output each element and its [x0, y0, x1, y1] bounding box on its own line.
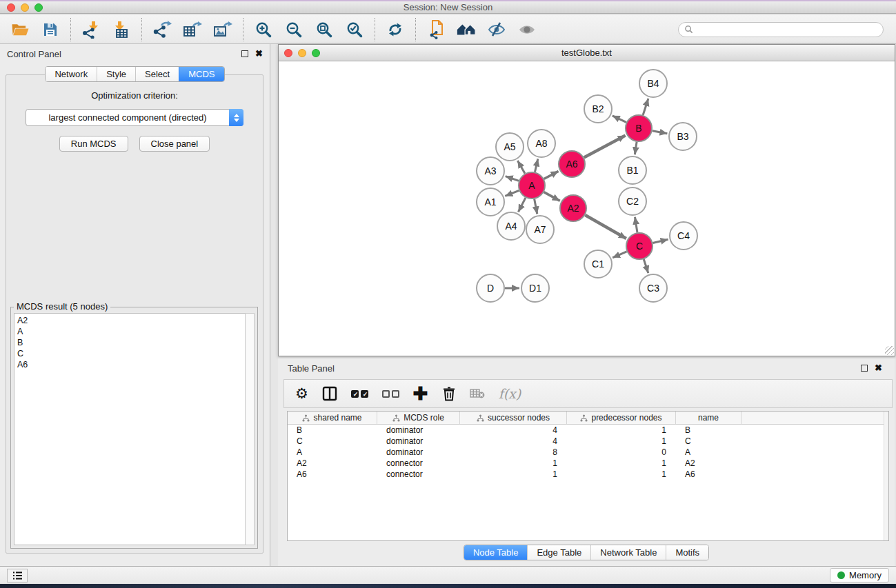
graph-edge-A-A6[interactable] [544, 171, 559, 179]
float-table-panel-icon[interactable] [861, 365, 868, 372]
tab-mcds[interactable]: MCDS [179, 67, 223, 81]
graph-node-D[interactable]: D [477, 274, 504, 302]
graph-edge-A-A3[interactable] [506, 176, 519, 181]
graph-edge-C-C1[interactable] [613, 252, 627, 258]
show-tasks-button[interactable] [7, 569, 28, 582]
table-row[interactable]: Adominator80A [288, 447, 888, 458]
network-minimize-button[interactable] [298, 49, 306, 57]
graph-edge-A-A1[interactable] [505, 190, 519, 196]
table-tab-network-table[interactable]: Network Table [590, 545, 666, 560]
close-panel-icon[interactable]: ✖ [255, 50, 263, 57]
graph-edge-A-A7[interactable] [535, 199, 537, 214]
hide-graphics-details-icon[interactable] [486, 19, 507, 40]
tab-network[interactable]: Network [46, 67, 97, 81]
graph-node-A[interactable]: A [519, 172, 545, 199]
home-layout-icon[interactable] [456, 19, 477, 40]
mcds-result-item[interactable]: A6 [17, 359, 242, 370]
graph-node-C1[interactable]: C1 [584, 250, 612, 278]
column-header-shared-name[interactable]: shared name [288, 412, 377, 424]
graph-node-A8[interactable]: A8 [528, 130, 555, 157]
optimization-criterion-select[interactable]: largest connected component (directed) [26, 109, 243, 126]
search-field[interactable] [678, 22, 884, 37]
graph-edge-B-B3[interactable] [653, 131, 668, 134]
graph-node-A6[interactable]: A6 [559, 151, 585, 177]
graph-node-A2[interactable]: A2 [560, 195, 586, 221]
graph-node-B3[interactable]: B3 [669, 123, 697, 150]
table-settings-icon[interactable]: ⚙ [295, 387, 308, 401]
close-window-button[interactable] [7, 3, 15, 12]
graph-node-C[interactable]: C [626, 233, 653, 259]
select-all-columns-icon[interactable] [351, 390, 368, 398]
graph-node-A4[interactable]: A4 [497, 212, 525, 240]
network-close-button[interactable] [284, 49, 292, 57]
graph-node-D1[interactable]: D1 [521, 274, 549, 302]
zoom-fit-icon[interactable] [314, 19, 335, 40]
graph-node-A7[interactable]: A7 [526, 216, 554, 243]
graph-edge-C-C2[interactable] [635, 217, 637, 233]
column-header-predecessor-nodes[interactable]: predecessor nodes [567, 412, 676, 424]
tab-select[interactable]: Select [135, 67, 179, 81]
column-header-successor-nodes[interactable]: successor nodes [460, 412, 567, 424]
table-tab-edge-table[interactable]: Edge Table [527, 545, 590, 560]
table-row[interactable]: Bdominator41B [288, 425, 888, 436]
network-zoom-button[interactable] [312, 49, 320, 57]
graph-edge-A-A5[interactable] [517, 161, 525, 174]
graph-edge-A-A8[interactable] [535, 159, 537, 172]
column-header-name[interactable]: name [676, 412, 741, 424]
graph-node-B1[interactable]: B1 [619, 156, 646, 184]
graph-edge-C-C4[interactable] [653, 239, 668, 243]
show-graphics-details-icon[interactable] [517, 19, 537, 40]
run-mcds-button[interactable]: Run MCDS [59, 136, 128, 152]
save-session-icon[interactable] [40, 19, 61, 40]
export-table-icon[interactable] [182, 19, 203, 40]
unselect-all-columns-icon[interactable] [382, 390, 399, 398]
refresh-layout-icon[interactable] [385, 19, 406, 40]
import-table-icon[interactable] [111, 19, 132, 40]
close-panel-button[interactable]: Close panel [139, 136, 210, 152]
graph-node-B[interactable]: B [626, 115, 652, 141]
zoom-window-button[interactable] [34, 3, 43, 12]
mcds-result-item[interactable]: A2 [17, 315, 242, 326]
open-session-icon[interactable] [10, 19, 30, 40]
graph-edge-A6-B[interactable] [584, 135, 626, 157]
graph-edge-A-A4[interactable] [518, 198, 526, 212]
graph-edge-B-B4[interactable] [643, 99, 648, 115]
mcds-list-scrollbar[interactable] [245, 313, 255, 545]
column-header-MCDS-role[interactable]: MCDS role [377, 412, 460, 424]
search-input[interactable] [697, 25, 877, 34]
graph-node-C2[interactable]: C2 [619, 187, 646, 215]
graph-edge-A2-C[interactable] [585, 215, 626, 239]
show-columns-icon[interactable] [322, 386, 337, 401]
export-network-icon[interactable] [152, 19, 172, 40]
mcds-result-item[interactable]: B [17, 337, 242, 348]
mcds-result-item[interactable]: A [17, 326, 242, 337]
new-network-from-selection-icon[interactable] [426, 19, 446, 40]
window-resize-grip[interactable] [885, 346, 894, 355]
table-tab-node-table[interactable]: Node Table [464, 545, 528, 560]
graph-node-A5[interactable]: A5 [496, 133, 524, 161]
export-image-icon[interactable] [212, 19, 233, 40]
import-network-icon[interactable] [81, 19, 101, 40]
zoom-selected-icon[interactable] [344, 19, 365, 40]
graph-node-B2[interactable]: B2 [584, 95, 612, 123]
table-scrollbar[interactable] [884, 412, 888, 540]
table-row[interactable]: A2connector11A2 [288, 458, 888, 469]
graph-edge-A-A2[interactable] [544, 192, 560, 201]
close-table-panel-icon[interactable]: ✖ [875, 365, 882, 372]
graph-node-C3[interactable]: C3 [639, 274, 667, 302]
graph-edge-C-C3[interactable] [644, 259, 648, 273]
delete-columns-icon[interactable] [442, 386, 456, 401]
zoom-in-icon[interactable] [253, 19, 274, 40]
tab-style[interactable]: Style [97, 67, 135, 81]
table-row[interactable]: A6connector11A6 [288, 469, 888, 480]
graph-node-A3[interactable]: A3 [477, 157, 504, 185]
network-canvas[interactable]: B4B2BB3B1A6A5A8A3AA1A4A7A2C2C4CC1C3DD1 [279, 61, 895, 356]
graph-node-B4[interactable]: B4 [639, 70, 667, 97]
add-column-icon[interactable]: ✚ [413, 387, 428, 401]
mcds-result-item[interactable]: C [17, 348, 242, 359]
graph-edge-B-B1[interactable] [635, 142, 637, 154]
graph-edge-B-B2[interactable] [613, 116, 626, 123]
graph-node-C4[interactable]: C4 [670, 222, 697, 250]
memory-button[interactable]: Memory [830, 568, 889, 582]
zoom-out-icon[interactable] [283, 19, 304, 40]
